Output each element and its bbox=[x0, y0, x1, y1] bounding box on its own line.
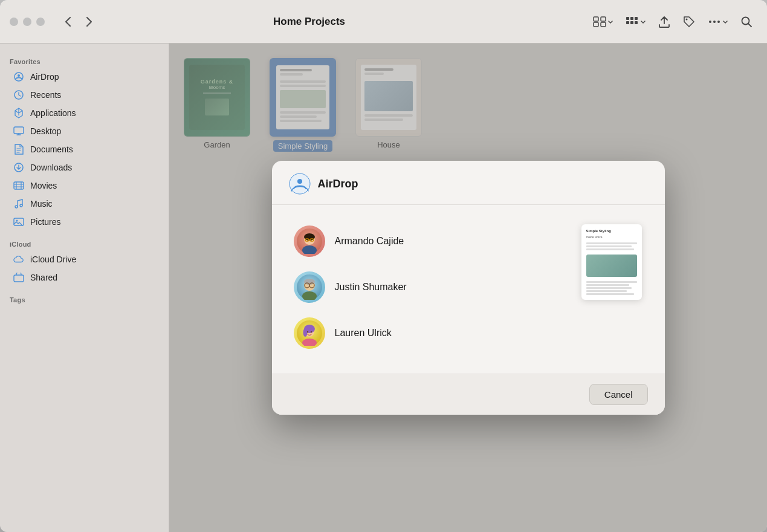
sidebar: Favorites AirDrop bbox=[0, 44, 169, 532]
applications-icon bbox=[13, 108, 24, 118]
sidebar-label-movies: Movies bbox=[30, 181, 57, 190]
sidebar-item-downloads[interactable]: Downloads bbox=[4, 158, 165, 177]
svg-point-21 bbox=[15, 206, 18, 208]
svg-point-27 bbox=[297, 179, 302, 184]
svg-point-47 bbox=[310, 331, 311, 332]
sidebar-item-music[interactable]: Music bbox=[4, 195, 165, 213]
airdrop-modal: AirDrop bbox=[272, 161, 665, 415]
svg-rect-23 bbox=[14, 218, 24, 225]
avatar-armando bbox=[294, 225, 325, 257]
icloud-label: iCloud bbox=[0, 236, 169, 250]
close-button[interactable] bbox=[10, 18, 18, 26]
svg-rect-0 bbox=[594, 17, 598, 21]
svg-point-10 bbox=[686, 18, 688, 20]
sidebar-item-shared[interactable]: Shared bbox=[4, 268, 165, 287]
toolbar-actions bbox=[588, 11, 757, 32]
svg-point-12 bbox=[713, 21, 716, 23]
svg-point-11 bbox=[709, 21, 711, 23]
sidebar-item-airdrop[interactable]: AirDrop bbox=[4, 68, 165, 86]
svg-rect-5 bbox=[630, 17, 633, 20]
svg-point-13 bbox=[717, 21, 720, 23]
finder-window: Home Projects bbox=[0, 0, 767, 532]
modal-overlay: AirDrop bbox=[169, 44, 767, 532]
contact-armando[interactable]: Armando Cajide bbox=[289, 219, 563, 263]
cancel-button[interactable]: Cancel bbox=[589, 384, 648, 405]
airdrop-preview: Simple Styling Inside Voice bbox=[575, 219, 648, 359]
svg-point-22 bbox=[20, 204, 22, 207]
sidebar-label-music: Music bbox=[30, 199, 53, 209]
minimize-button[interactable] bbox=[23, 18, 31, 26]
svg-rect-7 bbox=[626, 21, 629, 24]
sidebar-label-downloads: Downloads bbox=[30, 163, 72, 172]
contact-lauren[interactable]: Lauren Ulrick bbox=[289, 311, 563, 355]
sidebar-label-recents: Recents bbox=[30, 90, 61, 100]
svg-rect-25 bbox=[14, 275, 24, 282]
svg-rect-9 bbox=[635, 21, 638, 24]
favorites-label: Favorites bbox=[0, 53, 169, 68]
preview-card: Simple Styling Inside Voice bbox=[581, 224, 642, 300]
window-title: Home Projects bbox=[35, 16, 583, 28]
sidebar-item-documents[interactable]: Documents bbox=[4, 140, 165, 158]
contact-justin[interactable]: Justin Shumaker bbox=[289, 265, 563, 309]
content-area: Gardens & Blooms Garden bbox=[169, 44, 767, 532]
sidebar-label-desktop: Desktop bbox=[30, 126, 61, 136]
music-icon bbox=[13, 198, 24, 209]
sidebar-item-icloud-drive[interactable]: iCloud Drive bbox=[4, 250, 165, 268]
share-button[interactable] bbox=[653, 11, 675, 32]
sidebar-label-airdrop: AirDrop bbox=[30, 72, 59, 82]
contact-name-armando: Armando Cajide bbox=[335, 236, 404, 247]
svg-rect-2 bbox=[594, 22, 598, 27]
group-button[interactable] bbox=[621, 13, 651, 31]
svg-rect-3 bbox=[601, 22, 606, 27]
shared-icon bbox=[13, 272, 24, 283]
avatar-justin bbox=[294, 271, 325, 303]
sidebar-label-icloud-drive: iCloud Drive bbox=[30, 255, 76, 264]
desktop-icon bbox=[13, 126, 24, 137]
tags-label: Tags bbox=[0, 291, 169, 306]
svg-rect-1 bbox=[601, 17, 606, 21]
airdrop-icon bbox=[13, 71, 24, 82]
documents-icon bbox=[13, 144, 24, 155]
airdrop-modal-body: Armando Cajide bbox=[272, 205, 665, 374]
sidebar-label-applications: Applications bbox=[30, 108, 76, 118]
airdrop-modal-title: AirDrop bbox=[318, 178, 358, 190]
view-grid-button[interactable] bbox=[588, 13, 618, 31]
tag-button[interactable] bbox=[678, 11, 701, 32]
sidebar-item-desktop[interactable]: Desktop bbox=[4, 122, 165, 140]
pictures-icon bbox=[13, 216, 24, 227]
preview-doc-title: Simple Styling bbox=[586, 229, 637, 233]
contact-name-lauren: Lauren Ulrick bbox=[335, 328, 392, 339]
downloads-icon bbox=[13, 162, 24, 173]
sidebar-label-documents: Documents bbox=[30, 144, 73, 154]
svg-point-16 bbox=[18, 74, 20, 77]
svg-rect-6 bbox=[635, 17, 638, 20]
movies-icon bbox=[13, 180, 24, 191]
toolbar: Home Projects bbox=[0, 0, 767, 44]
svg-point-46 bbox=[306, 331, 308, 332]
sidebar-label-shared: Shared bbox=[30, 273, 57, 282]
svg-rect-18 bbox=[14, 127, 24, 134]
search-button[interactable] bbox=[736, 12, 757, 31]
svg-point-45 bbox=[303, 328, 307, 337]
sidebar-item-movies[interactable]: Movies bbox=[4, 177, 165, 195]
sidebar-label-pictures: Pictures bbox=[30, 217, 61, 227]
svg-rect-4 bbox=[626, 17, 629, 20]
avatar-lauren bbox=[294, 317, 325, 349]
svg-rect-20 bbox=[14, 182, 24, 189]
airdrop-contacts: Armando Cajide bbox=[289, 219, 563, 359]
recents-icon bbox=[13, 89, 24, 100]
airdrop-modal-header: AirDrop bbox=[272, 161, 665, 205]
more-button[interactable] bbox=[703, 15, 733, 28]
svg-point-24 bbox=[16, 220, 18, 222]
airdrop-modal-icon bbox=[289, 173, 311, 195]
main-layout: Favorites AirDrop bbox=[0, 44, 767, 532]
svg-rect-8 bbox=[630, 21, 633, 24]
contact-name-justin: Justin Shumaker bbox=[335, 282, 407, 293]
sidebar-item-pictures[interactable]: Pictures bbox=[4, 213, 165, 231]
preview-doc-subtitle: Inside Voice bbox=[586, 235, 637, 239]
sidebar-item-applications[interactable]: Applications bbox=[4, 104, 165, 122]
sidebar-item-recents[interactable]: Recents bbox=[4, 86, 165, 104]
airdrop-modal-footer: Cancel bbox=[272, 374, 665, 415]
icloud-icon bbox=[13, 254, 24, 265]
